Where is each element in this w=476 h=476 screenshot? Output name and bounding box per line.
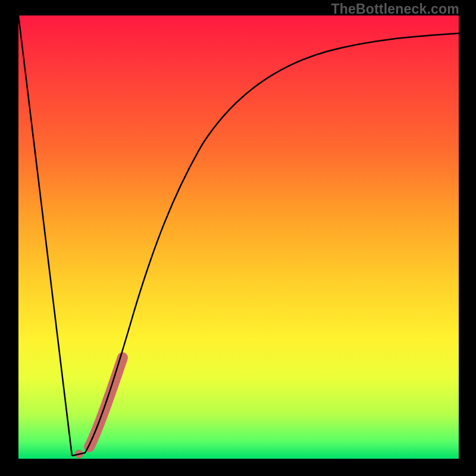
watermark-text: TheBottleneck.com: [331, 1, 459, 17]
chart-frame: TheBottleneck.com: [0, 0, 476, 476]
plot-area: [18, 15, 459, 459]
curve-layer: [18, 15, 459, 459]
left-linear-descent: [18, 15, 72, 456]
main-curve: [72, 33, 459, 456]
